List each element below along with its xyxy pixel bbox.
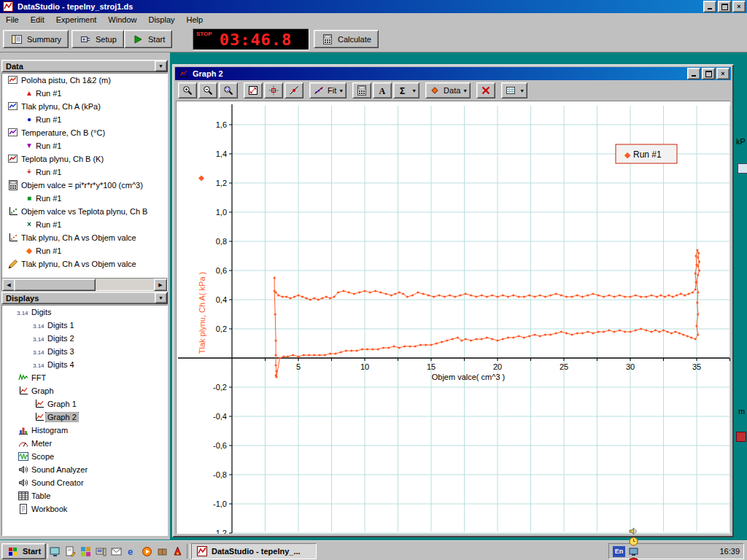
- quicklaunch-browser-icon[interactable]: e: [125, 545, 138, 558]
- zoom-select-button[interactable]: [219, 82, 238, 98]
- maximize-button[interactable]: [718, 1, 731, 12]
- zoom-out-button[interactable]: [198, 82, 217, 98]
- quicklaunch-burner-icon[interactable]: [171, 545, 184, 558]
- fit-menu-button[interactable]: Fit▼: [309, 82, 347, 98]
- quicklaunch-package-icon[interactable]: [155, 545, 169, 558]
- menu-display[interactable]: Display: [142, 14, 180, 26]
- menu-window[interactable]: Window: [102, 14, 142, 26]
- x-axis[interactable]: 5101520253035Objem valce( cm^3 ): [178, 358, 730, 381]
- display-item-digits[interactable]: 3.14Digits: [2, 306, 167, 319]
- zoom-select-icon: [222, 85, 235, 96]
- minimize-button[interactable]: [703, 1, 716, 12]
- quicklaunch-computer-icon[interactable]: [94, 545, 107, 558]
- svg-text:-1,2: -1,2: [213, 529, 227, 534]
- zoom-in-button[interactable]: [178, 82, 197, 98]
- statistics-button[interactable]: Σ▼: [393, 82, 419, 98]
- grid-settings-button[interactable]: ▼: [501, 82, 527, 98]
- setup-button[interactable]: Setup: [71, 30, 124, 48]
- tray-scheduler-icon[interactable]: [628, 536, 638, 546]
- smart-tool-button[interactable]: [264, 82, 283, 98]
- svg-text:3.14: 3.14: [17, 310, 28, 316]
- data-item[interactable]: Tlak plynu, Ch A (kPa): [2, 100, 167, 113]
- close-button[interactable]: ×: [732, 1, 746, 12]
- display-item-graph-1[interactable]: Graph 1: [2, 397, 167, 411]
- remove-button[interactable]: [476, 82, 495, 98]
- display-item-graph-2[interactable]: Graph 2: [2, 411, 167, 424]
- calculate-button[interactable]: [352, 82, 371, 98]
- quicklaunch-notepad-icon[interactable]: [63, 545, 77, 558]
- scroll-right-icon[interactable]: ▶: [154, 279, 167, 291]
- graph-close-button[interactable]: ×: [716, 68, 729, 79]
- run-item[interactable]: ■Run #1: [2, 192, 167, 205]
- quicklaunch-mail-icon[interactable]: [109, 545, 123, 558]
- data-item[interactable]: Objem valce vs Teplota plynu, Ch B: [2, 205, 167, 218]
- display-item-digits-2[interactable]: 3.14Digits 2: [2, 332, 167, 345]
- tray-antivirus-icon[interactable]: A: [628, 556, 638, 560]
- data-item[interactable]: Tlak plynu, Ch A vs Objem valce: [2, 231, 167, 244]
- svg-text:1,6: 1,6: [216, 120, 227, 129]
- run-item[interactable]: ×Run #1: [2, 218, 167, 231]
- run-label: Run #1: [34, 168, 63, 176]
- run-marker-icon: ×: [24, 221, 34, 228]
- display-item-sound-creator[interactable]: Sound Creator: [2, 476, 167, 489]
- quicklaunch-show-desktop-icon[interactable]: [48, 545, 61, 558]
- calculate-button[interactable]: Calculate: [314, 30, 379, 48]
- display-item-scope[interactable]: Scope: [2, 450, 167, 463]
- svg-text:1,4: 1,4: [216, 149, 227, 158]
- graph-window-titlebar[interactable]: Graph 2 ×: [175, 67, 731, 80]
- run-item[interactable]: ●Run #1: [2, 113, 167, 126]
- run-item[interactable]: ▲Run #1: [2, 87, 167, 100]
- quicklaunch-player-icon[interactable]: [140, 545, 153, 558]
- menu-experiment[interactable]: Experiment: [50, 14, 103, 26]
- data-item[interactable]: Teplota plynu, Ch B (K): [2, 152, 167, 166]
- data-item[interactable]: Temperature, Ch B (°C): [2, 126, 167, 139]
- display-item-fft[interactable]: FFT: [2, 371, 167, 384]
- run-item[interactable]: ▼Run #1: [2, 139, 167, 152]
- display-item-digits-4[interactable]: 3.14Digits 4: [2, 358, 167, 371]
- svg-text:3.14: 3.14: [33, 336, 44, 343]
- data-item-label: Tlak plynu, Ch A vs Objem valce: [20, 233, 138, 242]
- svg-text:Σ: Σ: [400, 86, 405, 96]
- menu-file[interactable]: File: [0, 14, 25, 26]
- menu-edit[interactable]: Edit: [25, 14, 50, 26]
- start-menu-button[interactable]: Start: [1, 543, 46, 559]
- text-annotation-button[interactable]: A: [373, 82, 392, 98]
- legend[interactable]: ◆Run #1: [616, 144, 677, 163]
- display-item-digits-3[interactable]: 3.14Digits 3: [2, 345, 167, 358]
- smart-icon: [267, 85, 280, 96]
- displays-dropdown-button[interactable]: ▼: [155, 292, 167, 303]
- menu-help[interactable]: Help: [181, 14, 209, 26]
- display-item-graph[interactable]: Graph: [2, 384, 167, 397]
- run-item[interactable]: +Run #1: [2, 166, 167, 179]
- start-button[interactable]: Start: [124, 30, 172, 48]
- data-menu-button[interactable]: Data▼: [425, 82, 471, 98]
- data-item[interactable]: Poloha pistu, Ch 1&2 (m): [2, 74, 167, 87]
- y-axis[interactable]: 1,61,41,21,00,80,60,40,2-0,2-0,4-0,6-0,8…: [213, 104, 232, 534]
- tray-display-icon[interactable]: [628, 546, 638, 556]
- pencil-icon: [7, 259, 20, 269]
- display-item-meter[interactable]: Meter: [2, 437, 167, 450]
- graph-minimize-button[interactable]: [687, 68, 700, 79]
- taskbar-task-datastudio[interactable]: DataStudio - tepelny_...: [191, 543, 317, 559]
- run-item[interactable]: ◆Run #1: [2, 244, 167, 257]
- display-item-histogram[interactable]: Histogram: [2, 424, 167, 437]
- data-series[interactable]: [274, 249, 701, 378]
- scale-to-fit-button[interactable]: [244, 82, 263, 98]
- summary-button[interactable]: Summary: [3, 30, 69, 48]
- quicklaunch-channels-icon[interactable]: [79, 545, 92, 558]
- scroll-thumb[interactable]: [14, 279, 96, 291]
- graph-plot[interactable]: 1,61,41,21,00,80,60,40,2-0,2-0,4-0,6-0,8…: [177, 101, 730, 534]
- data-horizontal-scrollbar[interactable]: ◀ ▶: [1, 278, 168, 291]
- data-item[interactable]: Tlak plynu, Ch A vs Objem valce: [2, 257, 167, 271]
- tray-volume-icon[interactable]: [628, 526, 638, 536]
- display-item-workbook[interactable]: Workbook: [2, 502, 167, 516]
- language-indicator[interactable]: En: [613, 546, 625, 557]
- data-item[interactable]: Objem valce = pi*r*r*y*100 (cm^3): [2, 179, 167, 192]
- slope-tool-button[interactable]: [285, 82, 303, 98]
- display-item-digits-1[interactable]: 3.14Digits 1: [2, 319, 167, 332]
- graph-maximize-button[interactable]: [702, 68, 715, 79]
- data-item-label: Tlak plynu, Ch A vs Objem valce: [20, 260, 138, 268]
- data-dropdown-button[interactable]: ▼: [155, 61, 167, 71]
- display-item-table[interactable]: Table: [2, 489, 167, 502]
- display-item-sound-analyzer[interactable]: Sound Analyzer: [2, 463, 167, 476]
